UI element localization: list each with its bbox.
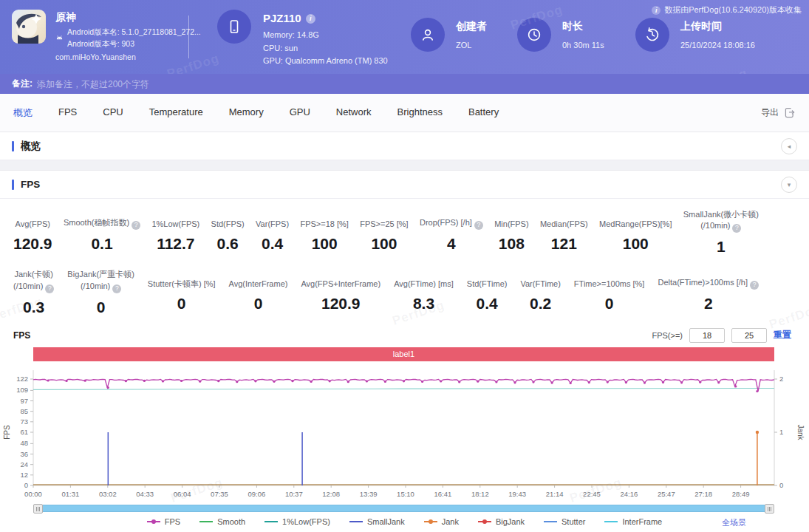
help-icon[interactable]: ? (45, 284, 54, 293)
export-label: 导出 (761, 106, 779, 119)
duration-label: 时长 (562, 20, 604, 33)
svg-text:25:47: 25:47 (658, 490, 675, 498)
duration-block: 时长 0h 30m 11s (517, 18, 604, 52)
device-cpu: CPU: sun (263, 42, 388, 55)
fps-chart: 0122436486173859710912201200:0001:3103:0… (0, 361, 809, 503)
tab-fps[interactable]: FPS (58, 106, 77, 120)
zoom-handle-right[interactable] (765, 504, 774, 514)
legend-1%low-fps[interactable]: 1%Low(FPS) (264, 517, 330, 526)
help-icon[interactable]: ? (112, 284, 121, 293)
tab-brightness[interactable]: Brightness (397, 106, 443, 120)
section-fps-header: FPS ▾ (0, 171, 809, 199)
metric-label: Var(FPS) (256, 209, 289, 230)
help-icon[interactable]: ? (132, 221, 140, 230)
legend-jank[interactable]: Jank (424, 517, 459, 526)
legend-smalljank[interactable]: SmallJank (349, 517, 405, 526)
chart-zoom-scrollbar[interactable] (33, 505, 774, 512)
metric-label: Avg(FTime) [ms] (394, 269, 454, 290)
metric-value: 0.4 (467, 295, 508, 313)
tab-network[interactable]: Network (336, 106, 372, 120)
metric-delta-ftime-100ms-h: Delta(FTime)>100ms [/h]?2 (658, 269, 759, 316)
fps-metrics-row-2: Jank(卡顿)(/10min)?0.3BigJank(严重卡顿)(/10min… (0, 259, 809, 318)
metric-value: 0.1 (64, 235, 140, 253)
metric-label: Min(FPS) (494, 209, 528, 230)
metric-bigjank: BigJank(严重卡顿)(/10min)?0 (67, 269, 134, 316)
metric-fps-18-%: FPS>=18 [%]100 (300, 209, 348, 256)
tab-battery[interactable]: Battery (468, 106, 499, 120)
svg-text:36: 36 (20, 449, 28, 457)
chart-title: FPS (13, 330, 30, 341)
metric-avg-fps-interframe: Avg(FPS+InterFrame)120.9 (301, 269, 380, 316)
creator-circle (411, 18, 445, 52)
header: PerfDog PerfDog PerfDog 原神 (0, 0, 809, 74)
tab-overview[interactable]: 概览 (13, 106, 33, 120)
reset-button[interactable]: 重置 (774, 329, 791, 341)
legend-items: FPSSmooth1%Low(FPS)SmallJankJankBigJankS… (147, 517, 662, 526)
legend-label: SmallJank (367, 517, 405, 526)
svg-text:18:12: 18:12 (471, 490, 489, 498)
overview-title: 概览 (12, 140, 41, 153)
legend-interframe[interactable]: InterFrame (604, 517, 662, 526)
help-icon[interactable]: ? (732, 224, 741, 233)
scene-label-band: label1 (33, 347, 774, 361)
metric-label: FTime>=100ms [%] (574, 269, 645, 290)
legend-smooth[interactable]: Smooth (199, 517, 245, 526)
svg-text:0: 0 (24, 481, 28, 489)
metric-label: FPS>=25 [%] (360, 209, 408, 230)
metric-value: 8.3 (394, 295, 454, 313)
legend-stutter[interactable]: Stutter (544, 517, 585, 526)
upload-time-block: 上传时间 25/10/2024 18:08:16 (635, 18, 755, 52)
metric-label: Avg(FPS) (13, 209, 52, 230)
metric-label: FPS>=18 [%] (300, 209, 348, 230)
note-input[interactable] (37, 79, 797, 89)
metric-label: 1%Low(FPS) (151, 209, 199, 230)
tab-temperature[interactable]: Temperature (149, 106, 203, 120)
metric-label: Drop(FPS) [/h]? (420, 209, 483, 230)
metric-value: 0.6 (211, 235, 245, 253)
tab-memory[interactable]: Memory (229, 106, 264, 120)
device-info: PJZ110 i Memory: 14.8G CPU: sun GPU: Qua… (263, 10, 388, 68)
fps-collapse-button[interactable]: ▾ (781, 177, 797, 193)
help-icon[interactable]: ? (474, 221, 483, 230)
device-block: PJZ110 i Memory: 14.8G CPU: sun GPU: Qua… (217, 10, 388, 68)
metric-value: 2 (658, 295, 759, 313)
fps-threshold-high-input[interactable] (731, 328, 767, 343)
overview-collapse-button[interactable]: ◂ (781, 138, 797, 154)
legend-fps[interactable]: FPS (147, 517, 180, 526)
legend-bigjank[interactable]: BigJank (478, 517, 525, 526)
metric-drop-fps-h: Drop(FPS) [/h]?4 (420, 209, 483, 256)
legend-label: Smooth (217, 517, 245, 526)
legend-label: BigJank (496, 517, 525, 526)
creator-block: 创建者 ZOL (411, 18, 487, 52)
metric-label: Delta(FTime)>100ms [/h]? (658, 269, 759, 290)
device-info-icon[interactable]: i (306, 14, 315, 24)
legend-marker (604, 521, 618, 522)
tab-gpu[interactable]: GPU (290, 106, 310, 120)
legend-label: InterFrame (622, 517, 662, 526)
legend-marker (199, 521, 213, 522)
fps-threshold-low-input[interactable] (689, 328, 725, 343)
phone-icon (225, 18, 243, 35)
svg-text:15:10: 15:10 (397, 490, 414, 498)
zoom-handle-left[interactable] (33, 504, 43, 514)
tab-cpu[interactable]: CPU (103, 106, 123, 120)
svg-text:06:04: 06:04 (174, 490, 191, 498)
app-version-name: Android版本名: 5.1.0_27118081_272... (67, 27, 201, 38)
svg-text:19:43: 19:43 (508, 490, 526, 498)
export-button[interactable]: 导出 (761, 106, 796, 119)
metric-value: 112.7 (151, 235, 199, 253)
legend-marker (424, 521, 437, 522)
metric-smooth: Smooth(稳帧指数)?0.1 (64, 209, 140, 256)
metric-value: 121 (540, 235, 588, 253)
metric-value: 0 (67, 299, 134, 316)
metric-value: 4 (420, 235, 483, 253)
help-icon[interactable]: ? (750, 281, 759, 290)
svg-text:1: 1 (779, 428, 783, 436)
all-scenes-link[interactable]: 全场景 (722, 517, 746, 528)
metric-var-ftime: Var(FTime)0.2 (520, 269, 560, 316)
tab-bar: 概览FPSCPUTemperatureMemoryGPUNetworkBrigh… (0, 94, 809, 132)
info-icon: i (652, 6, 660, 15)
metric-median-fps: Median(FPS)121 (540, 209, 588, 256)
header-divider (188, 16, 189, 58)
metric-value: 108 (494, 235, 528, 253)
